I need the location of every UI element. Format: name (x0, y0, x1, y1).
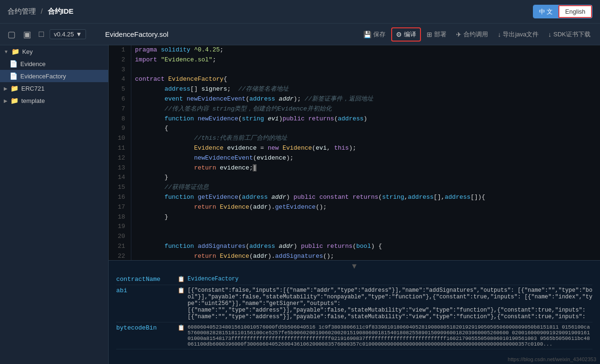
line-content: //传入签名内容 string类型，创建合约Evidence并初始化 (131, 104, 600, 114)
info-label-abi: abi (116, 287, 178, 320)
line-content: { (131, 124, 600, 134)
folder-icon-erc721: 📁 (10, 85, 18, 92)
table-row: 5 address[] signers; //存储签名者地址 (109, 85, 600, 94)
version-label: v0.4.25 (54, 31, 74, 38)
sidebar-item-evidencefactory[interactable]: 📄 EvidenceFactory (0, 70, 108, 82)
code-area[interactable]: 1 pragma solidity ^0.4.25; 2 import "Evi… (109, 45, 600, 260)
table-row: 22 return Evidence(addr).addSignatures()… (109, 252, 600, 260)
code-table: 1 pragma solidity ^0.4.25; 2 import "Evi… (109, 45, 600, 260)
deploy-label: 部署 (434, 30, 446, 39)
toolbar-actions: 💾 保存 ⚙ 编译 ⊞ 部署 ✈ 合约调用 ↓ 导出java文件 ↓ SDK证书… (360, 27, 594, 42)
line-num: 11 (109, 144, 131, 153)
lang-en-button[interactable]: English (558, 5, 592, 18)
save-button[interactable]: 💾 保存 (360, 28, 389, 41)
sidebar-item-template-label: template (21, 97, 45, 104)
deploy-button[interactable]: ⊞ 部署 (423, 28, 450, 41)
line-num: 6 (109, 94, 131, 104)
table-row: 9 { (109, 124, 600, 134)
copy-icon[interactable]: 📋 (178, 276, 185, 283)
deploy-icon: ⊞ (427, 31, 432, 38)
sidebar-item-key-label: Key (22, 48, 33, 55)
table-row: 14 } (109, 173, 600, 183)
table-row: 10 //this:代表当前工厂合约的地址 (109, 134, 600, 144)
line-num: 12 (109, 153, 131, 163)
line-content: return evidence;| (131, 163, 600, 173)
sidebar-item-erc721-label: ERC721 (21, 85, 44, 92)
table-row: 13 return evidence;| (109, 163, 600, 173)
info-label-bytecodebin: bytecodeBin (116, 324, 178, 347)
arrow-down-icon: ▼ (4, 49, 9, 54)
version-selector[interactable]: v0.4.25 ▼ (50, 29, 86, 39)
file-title: EvidenceFactory.sol (99, 30, 356, 38)
info-value-bytecodebin: 6080604052348015610010576000fd5b50604051… (188, 324, 592, 347)
line-num: 7 (109, 104, 131, 114)
export-java-button[interactable]: ↓ 导出java文件 (494, 28, 542, 41)
call-icon: ✈ (456, 31, 462, 38)
line-content (131, 65, 600, 75)
table-row: 1 pragma solidity ^0.4.25; (109, 45, 600, 55)
copy-icon-bytecode[interactable]: 📋 (178, 324, 185, 331)
save-label: 保存 (373, 30, 386, 39)
line-content: } (131, 173, 600, 183)
sdk-icon: ↓ (548, 31, 551, 38)
table-row: 21 function addSignatures(address addr) … (109, 242, 600, 252)
sidebar-item-evidencefactory-label: EvidenceFactory (20, 73, 66, 80)
line-num: 20 (109, 232, 131, 242)
line-num: 16 (109, 193, 131, 203)
table-row: 2 import "Evidence.sol"; (109, 55, 600, 65)
new-file-button[interactable]: ▢ (6, 28, 17, 41)
table-row: 18 } (109, 212, 600, 222)
table-row: 17 return Evidence(addr).getEvidence(); (109, 203, 600, 212)
bottom-content: contractName 📋 EvidenceFactory abi 📋 [{"… (109, 272, 600, 364)
line-num: 5 (109, 85, 131, 94)
line-num: 2 (109, 55, 131, 65)
file-sol-icon: 📄 (9, 60, 17, 68)
toolbar: ▢ ▣ □ v0.4.25 ▼ EvidenceFactory.sol 💾 保存… (0, 24, 600, 45)
arrow-right-icon: ▶ (4, 86, 8, 91)
sdk-download-button[interactable]: ↓ SDK证书下载 (544, 28, 594, 41)
bottom-toggle[interactable]: ▼ (109, 261, 600, 272)
info-label-contractname: contractName (116, 276, 178, 283)
bottom-panel: ▼ contractName 📋 EvidenceFactory abi (109, 260, 600, 364)
refresh-button[interactable]: □ (37, 28, 46, 40)
arrow-right-icon-template: ▶ (4, 98, 8, 103)
table-row: 16 function getEvidence(address addr) pu… (109, 193, 600, 203)
line-content: return Evidence(addr).addSignatures(); (131, 252, 600, 260)
line-num: 1 (109, 45, 131, 55)
line-content: } (131, 212, 600, 222)
line-num: 10 (109, 134, 131, 144)
breadcrumb-current: 合约IDE (48, 7, 74, 15)
sidebar-item-evidence[interactable]: 📄 Evidence (0, 58, 108, 70)
line-content: newEvidenceEvent(evidence); (131, 153, 600, 163)
sidebar-item-erc721[interactable]: ▶ 📁 ERC721 (0, 82, 108, 94)
contract-call-button[interactable]: ✈ 合约调用 (452, 28, 492, 41)
copy-icon-abi[interactable]: 📋 (178, 287, 185, 294)
line-content: return Evidence(addr).getEvidence(); (131, 203, 600, 212)
line-num: 8 (109, 114, 131, 124)
line-content: pragma solidity ^0.4.25; (131, 45, 600, 55)
lang-switcher: 中 文 English (533, 5, 592, 18)
file-sol2-icon: 📄 (9, 72, 17, 80)
folder-icon-template: 📁 (10, 97, 18, 104)
line-content: address[] signers; //存储签名者地址 (131, 85, 600, 94)
line-num: 19 (109, 222, 131, 232)
sdk-label: SDK证书下载 (553, 30, 591, 39)
line-content: contract EvidenceFactory{ (131, 75, 600, 85)
table-row: 3 (109, 65, 600, 75)
line-num: 18 (109, 212, 131, 222)
line-content: //获得签证信息 (131, 183, 600, 193)
new-folder-button[interactable]: ▣ (21, 28, 33, 41)
line-content (131, 232, 600, 242)
line-num: 17 (109, 203, 131, 212)
sidebar: ▼ 📁 Key 📄 Evidence 📄 EvidenceFactory ▶ 📁… (0, 45, 109, 364)
export-java-label: 导出java文件 (503, 30, 539, 39)
compile-button[interactable]: ⚙ 编译 (391, 27, 421, 42)
watermark: https://blog.csdn.net/weixin_43402353 (508, 356, 596, 362)
sidebar-item-key[interactable]: ▼ 📁 Key (0, 45, 108, 58)
line-content: event newEvidenceEvent(address addr); //… (131, 94, 600, 104)
table-row: 19 (109, 222, 600, 232)
code-editor: 1 pragma solidity ^0.4.25; 2 import "Evi… (109, 45, 600, 260)
lang-zh-button[interactable]: 中 文 (533, 5, 559, 18)
line-num: 14 (109, 173, 131, 183)
sidebar-item-template[interactable]: ▶ 📁 template (0, 94, 108, 107)
